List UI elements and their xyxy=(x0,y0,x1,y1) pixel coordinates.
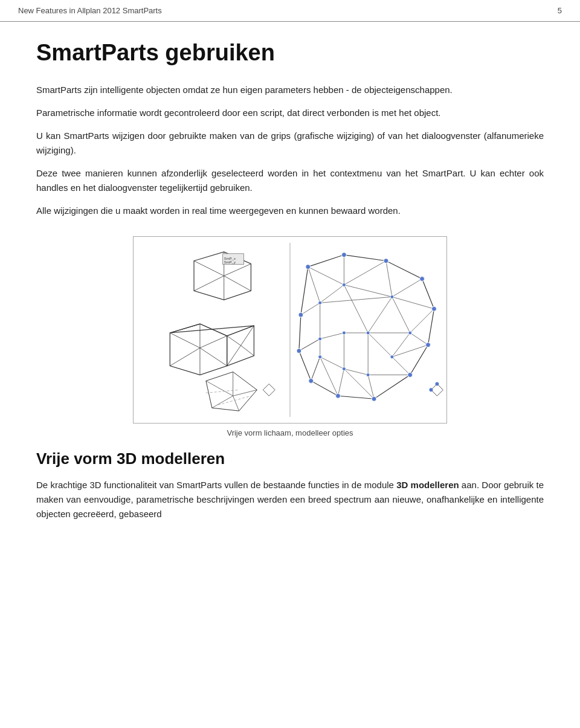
svg-line-31 xyxy=(218,396,251,405)
svg-line-29 xyxy=(212,396,233,408)
diagram-svg: SmP_x SmP_y xyxy=(134,237,446,423)
svg-text:SmP_y: SmP_y xyxy=(224,260,236,264)
svg-point-73 xyxy=(384,259,388,263)
svg-line-19 xyxy=(227,336,241,346)
svg-line-43 xyxy=(368,375,374,399)
svg-line-30 xyxy=(206,390,239,393)
svg-line-48 xyxy=(320,357,338,396)
svg-line-50 xyxy=(311,357,320,381)
svg-line-2 xyxy=(194,261,224,276)
svg-line-21 xyxy=(241,346,254,356)
svg-line-25 xyxy=(206,381,233,396)
svg-point-90 xyxy=(318,337,322,341)
svg-line-52 xyxy=(299,339,320,351)
svg-line-40 xyxy=(410,333,428,345)
svg-line-45 xyxy=(338,369,344,396)
svg-marker-32 xyxy=(263,384,275,396)
svg-marker-94 xyxy=(431,384,443,396)
svg-point-81 xyxy=(297,349,301,353)
svg-line-33 xyxy=(308,267,344,285)
svg-line-22 xyxy=(227,346,241,366)
svg-point-75 xyxy=(431,306,436,311)
svg-line-66 xyxy=(320,333,344,339)
page-content: SmartParts gebruiken SmartParts zijn int… xyxy=(0,22,580,548)
svg-line-4 xyxy=(224,264,251,276)
svg-line-55 xyxy=(320,285,344,303)
svg-point-85 xyxy=(408,331,412,335)
figure-container: SmP_x SmP_y xyxy=(36,236,544,437)
svg-line-53 xyxy=(308,267,320,303)
svg-line-35 xyxy=(344,261,386,285)
svg-point-79 xyxy=(336,393,341,398)
svg-line-28 xyxy=(233,396,239,411)
svg-marker-11 xyxy=(170,324,227,375)
svg-line-5 xyxy=(224,276,251,291)
svg-point-74 xyxy=(420,277,425,282)
svg-line-51 xyxy=(301,303,320,315)
svg-point-96 xyxy=(435,382,439,385)
svg-point-86 xyxy=(390,355,394,359)
paragraph-3: U kan SmartParts wijzigen door gebruikte… xyxy=(36,129,544,158)
page-title: SmartParts gebruiken xyxy=(36,40,544,66)
svg-point-72 xyxy=(341,253,346,257)
svg-line-36 xyxy=(386,261,392,297)
paragraph-2: Parametrische informatie wordt gecontrol… xyxy=(36,106,544,120)
svg-point-93 xyxy=(342,331,346,335)
svg-point-71 xyxy=(306,265,311,269)
paragraph-1: SmartParts zijn intelligente objecten om… xyxy=(36,83,544,97)
svg-line-12 xyxy=(170,333,200,348)
svg-line-54 xyxy=(344,285,392,297)
svg-line-15 xyxy=(200,348,227,366)
svg-marker-24 xyxy=(206,372,257,411)
svg-line-14 xyxy=(200,336,227,348)
svg-point-89 xyxy=(318,355,322,359)
section-paragraph-1: De krachtige 3D functionaliteit van Smar… xyxy=(36,478,544,521)
svg-line-20 xyxy=(241,326,254,346)
svg-point-83 xyxy=(342,283,346,287)
figure-box: SmP_x SmP_y xyxy=(133,236,447,424)
svg-line-7 xyxy=(194,276,224,291)
svg-point-80 xyxy=(309,378,314,383)
paragraph-5: Alle wijzigingen die u maakt worden in r… xyxy=(36,204,544,218)
svg-point-88 xyxy=(342,367,346,371)
page-header: New Features in Allplan 2012 SmartParts … xyxy=(0,0,580,22)
svg-line-41 xyxy=(392,357,410,375)
svg-point-91 xyxy=(318,301,322,304)
svg-line-58 xyxy=(344,369,368,375)
svg-line-17 xyxy=(170,348,200,366)
section-title: Vrije vorm 3D modelleren xyxy=(36,449,544,468)
svg-marker-23 xyxy=(170,324,254,336)
svg-point-95 xyxy=(430,388,433,391)
svg-line-46 xyxy=(344,369,374,399)
svg-point-77 xyxy=(408,373,413,378)
svg-line-56 xyxy=(392,297,410,333)
svg-line-70 xyxy=(344,285,368,332)
svg-line-62 xyxy=(320,297,392,303)
svg-point-84 xyxy=(390,295,394,298)
svg-line-42 xyxy=(392,345,428,357)
svg-point-78 xyxy=(372,396,376,401)
svg-line-38 xyxy=(392,297,434,309)
svg-line-59 xyxy=(320,357,344,369)
svg-point-76 xyxy=(426,343,431,347)
svg-line-69 xyxy=(368,333,392,357)
svg-line-63 xyxy=(368,297,392,333)
header-left-text: New Features in Allplan 2012 SmartParts xyxy=(18,6,162,15)
paragraph-4: Deze twee manieren kunnen afzonderlijk g… xyxy=(36,166,544,195)
svg-point-87 xyxy=(366,373,370,377)
svg-line-37 xyxy=(392,279,422,297)
svg-line-57 xyxy=(392,333,410,357)
page-number: 5 xyxy=(558,6,562,15)
figure-caption: Vrije vorm lichaam, modelleer opties xyxy=(227,428,353,437)
svg-line-27 xyxy=(233,390,257,396)
svg-point-82 xyxy=(298,312,303,317)
svg-point-92 xyxy=(366,331,370,335)
